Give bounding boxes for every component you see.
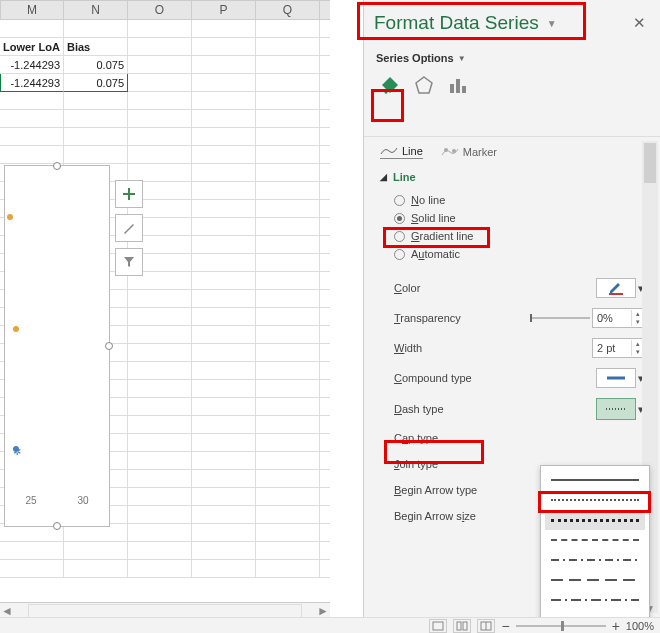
dash-type-dropdown[interactable]: [596, 398, 636, 420]
transparency-label: Transparency: [394, 312, 530, 324]
series-options-tab[interactable]: [442, 70, 474, 100]
compound-type-dropdown[interactable]: [596, 368, 636, 388]
svg-rect-2: [463, 622, 467, 630]
collapse-icon[interactable]: ◢: [380, 172, 387, 182]
chart-point-3[interactable]: ✲: [13, 446, 19, 452]
color-picker[interactable]: [596, 278, 636, 298]
zoom-in-button[interactable]: +: [612, 618, 620, 634]
dash-type-popup: [540, 465, 650, 617]
cell-m4[interactable]: -1.244293: [0, 74, 64, 92]
brush-icon: [122, 221, 136, 235]
view-page-break-button[interactable]: [477, 619, 495, 633]
line-section-label[interactable]: Line: [393, 171, 416, 183]
radio-solid-line[interactable]: Solid line: [394, 209, 630, 227]
spreadsheet-grid[interactable]: Lower LoA Bias -1.244293 0.075 -1.244293…: [0, 20, 330, 602]
radio-gradient-line[interactable]: Gradient line: [394, 227, 630, 245]
dash-option-square-dot[interactable]: [545, 510, 645, 530]
dash-option-round-dot[interactable]: [545, 490, 645, 510]
dash-option-long-dash[interactable]: [545, 570, 645, 590]
svg-rect-8: [456, 79, 460, 93]
cell-n4[interactable]: 0.075: [64, 74, 128, 92]
effects-tab[interactable]: [408, 70, 440, 100]
zoom-out-button[interactable]: −: [501, 618, 509, 634]
column-header-row: M N O P Q: [0, 0, 330, 20]
chart-filters-button[interactable]: [115, 248, 143, 276]
chart-elements-button[interactable]: [115, 180, 143, 208]
pane-title: Format Data Series: [374, 12, 539, 34]
width-label: Width: [394, 342, 592, 354]
series-options-label[interactable]: Series Options: [376, 52, 454, 64]
dash-option-dash[interactable]: [545, 530, 645, 550]
svg-marker-6: [416, 77, 432, 93]
dash-option-long-dash-dot[interactable]: [545, 590, 645, 610]
col-header-m[interactable]: M: [0, 1, 64, 19]
svg-point-11: [452, 149, 456, 153]
fill-line-tab[interactable]: [374, 70, 406, 100]
svg-rect-0: [433, 622, 443, 630]
width-input[interactable]: 2 pt ▴▾: [592, 338, 644, 358]
col-header-p[interactable]: P: [192, 1, 256, 19]
zoom-slider[interactable]: [516, 625, 606, 627]
dash-option-solid[interactable]: [545, 470, 645, 490]
line-icon: [380, 146, 398, 156]
marker-tab[interactable]: Marker: [441, 146, 497, 158]
zoom-level[interactable]: 100%: [626, 620, 654, 632]
chevron-down-icon[interactable]: ▼: [458, 54, 466, 63]
chart-point-2[interactable]: [13, 326, 19, 332]
dash-type-label: Dash type: [394, 403, 596, 415]
marker-icon: [441, 147, 459, 157]
svg-marker-5: [382, 77, 398, 93]
pentagon-icon: [413, 74, 435, 96]
axis-tick-25: 25: [25, 495, 36, 506]
paint-bucket-icon: [379, 74, 401, 96]
horizontal-scrollbar[interactable]: ◄ ►: [0, 602, 330, 618]
compound-type-label: Compound type: [394, 372, 596, 384]
funnel-icon: [122, 255, 136, 269]
radio-no-line[interactable]: No line: [394, 191, 630, 209]
transparency-input[interactable]: 0% ▴▾: [592, 308, 644, 328]
radio-automatic[interactable]: Automatic: [394, 245, 630, 263]
status-bar: − + 100%: [0, 617, 660, 633]
cell-m3[interactable]: -1.244293: [0, 56, 64, 74]
col-header-q[interactable]: Q: [256, 1, 320, 19]
col-header-o[interactable]: O: [128, 1, 192, 19]
svg-rect-1: [457, 622, 461, 630]
cap-type-label: Cap type: [394, 432, 644, 444]
svg-point-10: [444, 148, 448, 152]
svg-rect-7: [450, 84, 454, 93]
format-pane: Format Data Series ▼ ✕ Series Options ▼ …: [363, 0, 660, 617]
line-tab[interactable]: Line: [380, 145, 423, 159]
view-page-layout-button[interactable]: [453, 619, 471, 633]
transparency-slider[interactable]: [530, 317, 590, 319]
marker-tab-label: Marker: [463, 146, 497, 158]
embedded-chart[interactable]: ✲ 25 30: [4, 165, 110, 527]
view-normal-button[interactable]: [429, 619, 447, 633]
pane-title-dropdown-icon[interactable]: ▼: [547, 18, 557, 29]
scroll-left-icon[interactable]: ◄: [0, 604, 14, 618]
line-tab-label: Line: [402, 145, 423, 157]
pencil-color-icon: [608, 281, 624, 295]
scroll-right-icon[interactable]: ►: [316, 604, 330, 618]
pane-close-button[interactable]: ✕: [633, 14, 646, 32]
dash-line-icon: [605, 406, 627, 412]
svg-rect-9: [462, 86, 466, 93]
header-lower-loa[interactable]: Lower LoA: [0, 38, 64, 56]
col-header-n[interactable]: N: [64, 1, 128, 19]
compound-line-icon: [606, 374, 626, 382]
cell-n3[interactable]: 0.075: [64, 56, 128, 74]
chart-point-1[interactable]: [7, 214, 13, 220]
bar-chart-icon: [447, 74, 469, 96]
color-label: Color: [394, 282, 596, 294]
svg-rect-12: [609, 293, 623, 295]
axis-tick-30: 30: [77, 495, 88, 506]
dash-option-dash-dot[interactable]: [545, 550, 645, 570]
chart-styles-button[interactable]: [115, 214, 143, 242]
header-bias[interactable]: Bias: [64, 38, 128, 56]
dash-option-long-dash-dot-dot[interactable]: [545, 610, 645, 617]
plus-icon: [122, 187, 136, 201]
